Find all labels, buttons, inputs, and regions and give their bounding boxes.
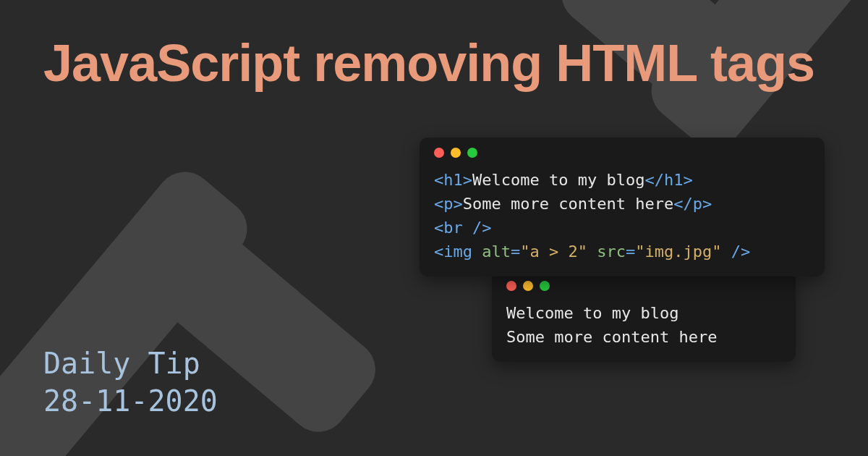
code-eq: = [626,242,635,261]
code-attr: alt [472,242,511,261]
window-dots [434,148,810,158]
code-string: "img.jpg" [635,242,721,261]
maximize-dot-icon [467,148,477,158]
minimize-dot-icon [523,281,533,291]
code-tag: <h1> [434,171,472,189]
code-tag: </p> [673,195,712,213]
close-dot-icon [506,281,516,291]
code-window-input: <h1>Welcome to my blog</h1> <p>Some more… [420,138,825,276]
code-tag: </h1> [644,171,692,189]
code-input: <h1>Welcome to my blog</h1> <p>Some more… [434,168,810,263]
meta-block: Daily Tip 28-11-2020 [43,345,218,420]
maximize-dot-icon [540,281,550,291]
code-tag: <p> [434,195,463,213]
code-eq: = [511,242,520,261]
code-output: Welcome to my blog Some more content her… [506,301,781,349]
code-attr: src [587,242,626,261]
output-line: Welcome to my blog [506,304,678,322]
minimize-dot-icon [451,148,461,158]
code-text: Some more content here [463,195,673,213]
close-dot-icon [434,148,444,158]
window-dots [506,281,781,291]
meta-date: 28-11-2020 [43,382,218,420]
code-window-output: Welcome to my blog Some more content her… [492,271,796,362]
code-windows: <h1>Welcome to my blog</h1> <p>Some more… [420,138,825,362]
code-tag: <br [434,219,463,237]
code-text: Welcome to my blog [472,171,644,189]
meta-label: Daily Tip [43,345,218,382]
code-tag: <img [434,242,472,261]
page-title: JavaScript removing HTML tags [43,35,825,92]
code-tag: /> [721,242,750,261]
output-line: Some more content here [506,328,717,346]
code-tag: /> [463,219,492,237]
code-string: "a > 2" [520,242,587,261]
